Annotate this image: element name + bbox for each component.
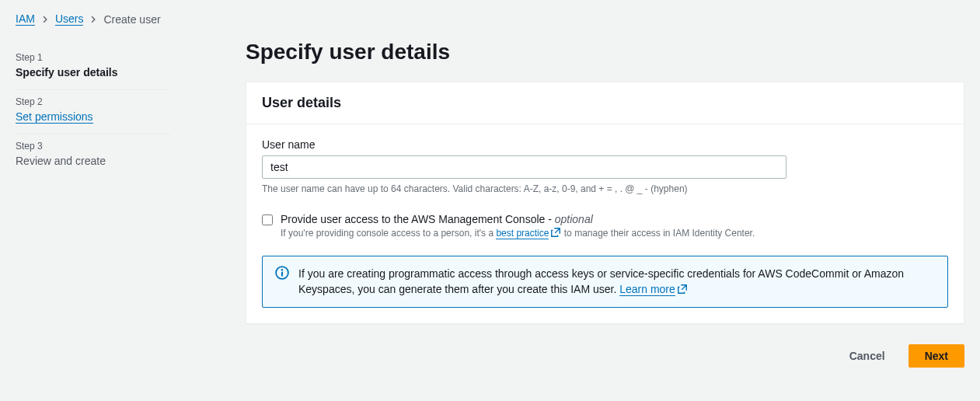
console-access-description: If you're providing console access to a … — [281, 227, 755, 239]
panel-body: User name The user name can have up to 6… — [246, 124, 964, 323]
console-access-row: Provide user access to the AWS Managemen… — [262, 213, 948, 239]
step-title: Specify user details — [16, 66, 171, 78]
svg-point-1 — [281, 269, 283, 270]
button-row: Cancel Next — [246, 344, 964, 368]
external-link-icon — [677, 284, 688, 295]
step-number: Step 2 — [16, 96, 171, 107]
breadcrumb-item-current: Create user — [103, 13, 160, 26]
username-hint: The user name can have up to 64 characte… — [262, 183, 948, 194]
step-3[interactable]: Step 3 Review and create — [16, 134, 171, 178]
step-title: Review and create — [16, 155, 171, 167]
learn-more-link[interactable]: Learn more — [619, 283, 675, 296]
step-1[interactable]: Step 1 Specify user details — [16, 46, 171, 90]
next-button[interactable]: Next — [909, 344, 964, 368]
best-practice-link[interactable]: best practice — [496, 228, 549, 239]
breadcrumb-item-users[interactable]: Users — [55, 12, 84, 26]
user-details-panel: User details User name The user name can… — [246, 82, 964, 324]
page-title: Specify user details — [246, 40, 964, 65]
chevron-right-icon — [89, 13, 97, 26]
step-number: Step 1 — [16, 52, 171, 63]
info-icon — [275, 266, 289, 282]
main-content: Specify user details User details User n… — [218, 32, 964, 383]
info-text: If you are creating programmatic access … — [298, 266, 935, 298]
username-label: User name — [262, 138, 948, 151]
panel-title: User details — [262, 95, 948, 111]
step-2[interactable]: Step 2 Set permissions — [16, 90, 171, 134]
step-number: Step 3 — [16, 141, 171, 152]
step-title: Set permissions — [16, 110, 93, 124]
console-access-checkbox[interactable] — [262, 214, 273, 225]
breadcrumb: IAM Users Create user — [0, 0, 980, 32]
username-input[interactable] — [262, 155, 786, 179]
breadcrumb-item-iam[interactable]: IAM — [16, 12, 35, 26]
console-access-label: Provide user access to the AWS Managemen… — [281, 213, 755, 225]
cancel-button[interactable]: Cancel — [834, 344, 901, 368]
panel-header: User details — [246, 82, 964, 124]
wizard-steps: Step 1 Specify user details Step 2 Set p… — [16, 32, 218, 383]
svg-rect-2 — [281, 272, 283, 277]
chevron-right-icon — [41, 13, 49, 26]
external-link-icon — [550, 227, 561, 238]
info-box: If you are creating programmatic access … — [262, 256, 948, 308]
